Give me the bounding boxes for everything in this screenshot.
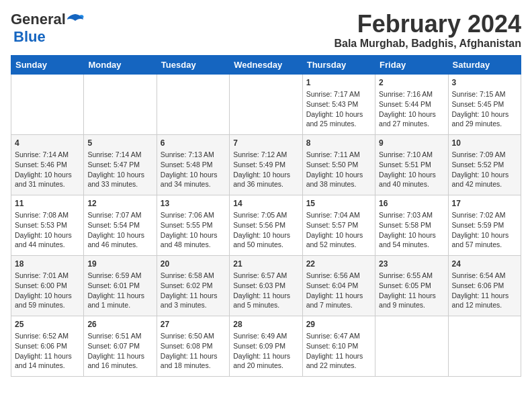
day-number: 10 xyxy=(452,138,517,149)
day-info: Sunrise: 6:51 AM xyxy=(87,331,152,341)
page-subtitle: Bala Murghab, Badghis, Afghanistan xyxy=(334,38,521,50)
day-info: Sunset: 6:07 PM xyxy=(87,341,152,351)
day-number: 19 xyxy=(87,259,152,270)
day-info: Sunrise: 6:58 AM xyxy=(161,271,226,281)
day-info: Sunrise: 7:07 AM xyxy=(87,210,152,220)
day-info: Sunset: 5:51 PM xyxy=(379,160,444,170)
calendar-week-row: 1Sunrise: 7:17 AMSunset: 5:43 PMDaylight… xyxy=(11,74,521,134)
page-title: February 2024 xyxy=(334,11,521,38)
calendar-header-thursday: Thursday xyxy=(302,55,375,74)
day-info: Sunset: 5:46 PM xyxy=(15,160,80,170)
title-block: February 2024 Bala Murghab, Badghis, Afg… xyxy=(334,11,521,50)
day-info: Sunset: 6:02 PM xyxy=(161,281,226,291)
day-info: Sunrise: 7:15 AM xyxy=(452,89,517,99)
day-info: Sunrise: 7:03 AM xyxy=(379,210,444,220)
day-info: Sunset: 6:06 PM xyxy=(452,281,517,291)
day-number: 23 xyxy=(379,259,444,270)
day-info: Sunrise: 6:55 AM xyxy=(379,271,444,281)
calendar-cell: 20Sunrise: 6:58 AMSunset: 6:02 PMDayligh… xyxy=(157,255,229,316)
calendar-week-row: 11Sunrise: 7:08 AMSunset: 5:53 PMDayligh… xyxy=(11,195,521,255)
day-info: Daylight: 10 hours and 33 minutes. xyxy=(87,170,152,189)
calendar-cell: 23Sunrise: 6:55 AMSunset: 6:05 PMDayligh… xyxy=(375,255,448,316)
calendar-cell: 3Sunrise: 7:15 AMSunset: 5:45 PMDaylight… xyxy=(448,74,521,134)
calendar-cell: 25Sunrise: 6:52 AMSunset: 6:06 PMDayligh… xyxy=(11,316,84,376)
calendar-cell: 12Sunrise: 7:07 AMSunset: 5:54 PMDayligh… xyxy=(84,195,157,255)
day-info: Sunrise: 7:02 AM xyxy=(452,210,517,220)
calendar-cell xyxy=(84,74,157,134)
day-info: Daylight: 10 hours and 46 minutes. xyxy=(87,230,152,250)
day-info: Daylight: 10 hours and 29 minutes. xyxy=(452,109,517,129)
day-info: Daylight: 11 hours and 16 minutes. xyxy=(87,351,152,371)
logo-general: General xyxy=(11,11,66,28)
day-info: Daylight: 11 hours and 1 minute. xyxy=(87,291,152,310)
day-info: Sunrise: 7:04 AM xyxy=(306,210,371,220)
day-info: Sunset: 5:50 PM xyxy=(306,160,371,170)
day-number: 18 xyxy=(15,259,80,270)
day-number: 29 xyxy=(306,319,371,330)
day-number: 26 xyxy=(87,319,152,330)
calendar-cell: 26Sunrise: 6:51 AMSunset: 6:07 PMDayligh… xyxy=(84,316,157,376)
calendar-cell: 5Sunrise: 7:14 AMSunset: 5:47 PMDaylight… xyxy=(84,134,157,195)
calendar-header-sunday: Sunday xyxy=(11,55,84,74)
day-info: Sunrise: 6:50 AM xyxy=(161,331,226,341)
day-number: 25 xyxy=(15,319,80,330)
day-info: Daylight: 11 hours and 5 minutes. xyxy=(233,291,298,310)
calendar-week-row: 25Sunrise: 6:52 AMSunset: 6:06 PMDayligh… xyxy=(11,316,521,376)
logo-bird-icon xyxy=(66,13,85,26)
day-info: Daylight: 10 hours and 42 minutes. xyxy=(452,170,517,189)
calendar-cell: 18Sunrise: 7:01 AMSunset: 6:00 PMDayligh… xyxy=(11,255,84,316)
page-header: General Blue February 2024 Bala Murghab,… xyxy=(11,11,521,50)
day-info: Daylight: 11 hours and 14 minutes. xyxy=(15,351,80,371)
day-number: 9 xyxy=(379,138,444,149)
day-info: Sunrise: 6:52 AM xyxy=(15,331,80,341)
day-number: 3 xyxy=(452,77,517,89)
calendar-cell: 29Sunrise: 6:47 AMSunset: 6:10 PMDayligh… xyxy=(302,316,375,376)
calendar-header-saturday: Saturday xyxy=(448,55,521,74)
day-info: Sunset: 5:57 PM xyxy=(306,220,371,230)
calendar-table: SundayMondayTuesdayWednesdayThursdayFrid… xyxy=(11,55,521,377)
day-number: 22 xyxy=(306,259,371,270)
calendar-cell: 13Sunrise: 7:06 AMSunset: 5:55 PMDayligh… xyxy=(157,195,229,255)
day-info: Sunset: 6:03 PM xyxy=(233,281,298,291)
day-info: Sunset: 5:55 PM xyxy=(161,220,226,230)
calendar-cell: 7Sunrise: 7:12 AMSunset: 5:49 PMDaylight… xyxy=(230,134,302,195)
day-number: 8 xyxy=(306,138,371,149)
day-info: Sunset: 6:09 PM xyxy=(233,341,298,351)
day-number: 17 xyxy=(452,198,517,210)
day-info: Sunrise: 6:54 AM xyxy=(452,271,517,281)
calendar-cell: 8Sunrise: 7:11 AMSunset: 5:50 PMDaylight… xyxy=(302,134,375,195)
day-number: 24 xyxy=(452,259,517,270)
calendar-cell xyxy=(11,74,84,134)
calendar-cell: 9Sunrise: 7:10 AMSunset: 5:51 PMDaylight… xyxy=(375,134,448,195)
day-number: 1 xyxy=(306,77,371,89)
day-info: Sunset: 5:58 PM xyxy=(379,220,444,230)
day-info: Daylight: 10 hours and 52 minutes. xyxy=(306,230,371,250)
day-number: 7 xyxy=(233,138,298,149)
calendar-cell xyxy=(448,316,521,376)
day-number: 14 xyxy=(233,198,298,210)
day-info: Sunset: 6:10 PM xyxy=(306,341,371,351)
calendar-week-row: 18Sunrise: 7:01 AMSunset: 6:00 PMDayligh… xyxy=(11,255,521,316)
day-number: 27 xyxy=(161,319,226,330)
day-info: Sunset: 6:05 PM xyxy=(379,281,444,291)
day-number: 16 xyxy=(379,198,444,210)
day-info: Sunset: 5:48 PM xyxy=(161,160,226,170)
day-info: Daylight: 10 hours and 59 minutes. xyxy=(15,291,80,310)
day-number: 6 xyxy=(161,138,226,149)
day-number: 13 xyxy=(161,198,226,210)
day-info: Daylight: 10 hours and 57 minutes. xyxy=(452,230,517,250)
day-info: Daylight: 11 hours and 7 minutes. xyxy=(306,291,371,310)
calendar-cell: 4Sunrise: 7:14 AMSunset: 5:46 PMDaylight… xyxy=(11,134,84,195)
day-info: Daylight: 10 hours and 40 minutes. xyxy=(379,170,444,189)
day-info: Daylight: 11 hours and 9 minutes. xyxy=(379,291,444,310)
day-info: Sunset: 5:45 PM xyxy=(452,99,517,109)
calendar-cell: 22Sunrise: 6:56 AMSunset: 6:04 PMDayligh… xyxy=(302,255,375,316)
day-number: 15 xyxy=(306,198,371,210)
day-info: Sunrise: 7:08 AM xyxy=(15,210,80,220)
day-info: Sunset: 5:54 PM xyxy=(87,220,152,230)
day-info: Sunrise: 7:09 AM xyxy=(452,150,517,160)
day-info: Sunset: 5:44 PM xyxy=(379,99,444,109)
day-info: Daylight: 10 hours and 38 minutes. xyxy=(306,170,371,189)
day-info: Sunset: 5:59 PM xyxy=(452,220,517,230)
day-info: Sunset: 5:56 PM xyxy=(233,220,298,230)
